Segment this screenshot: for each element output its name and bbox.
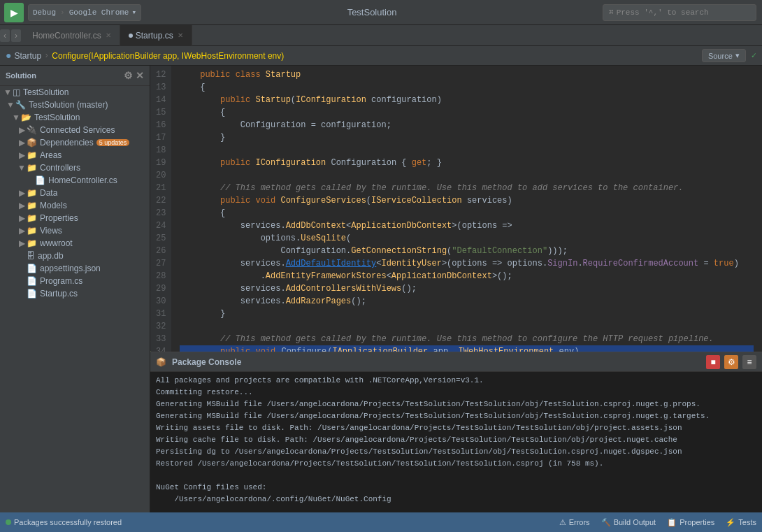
- modified-indicator: [129, 34, 133, 38]
- run-button[interactable]: ▶: [4, 3, 24, 22]
- status-bar: Packages successfully restored ⚠ Errors …: [0, 512, 762, 532]
- code-line-19: public IConfiguration Configuration { ge…: [180, 157, 754, 169]
- status-properties[interactable]: 📋 Properties: [667, 518, 714, 527]
- connected-label: Connected Services: [40, 125, 115, 135]
- startup-label: Startup.cs: [40, 289, 78, 299]
- code-line-15: {: [180, 106, 754, 119]
- sidebar-item-project-master[interactable]: ▼ 🔧 TestSolution (master): [0, 99, 150, 111]
- browser-label: Google Chrome: [69, 8, 129, 17]
- sidebar-item-project[interactable]: ▼ 📂 TestSolution: [0, 111, 150, 124]
- code-line-33: // This method gets called by the runtim…: [180, 333, 754, 345]
- console-line-11: /Users/angelocardona/.config/NuGet/NuGet…: [156, 494, 756, 505]
- breadcrumb-file-icon: ●: [6, 50, 11, 62]
- arrow-icon: ▶: [17, 150, 27, 160]
- code-line-23: {: [180, 207, 754, 220]
- data-label: Data: [40, 188, 57, 198]
- console-line-9: [156, 470, 756, 482]
- sidebar-item-controllers[interactable]: ▼ 📁 Controllers: [0, 161, 150, 174]
- code-line-16: Configuration = configuration;: [180, 119, 754, 131]
- tab-homecontroller-label: HomeController.cs: [32, 31, 101, 41]
- arrow-icon: ▼: [11, 113, 21, 122]
- app-title: TestSolution: [141, 7, 603, 17]
- code-line-27: services.AddDefaultIdentity<IdentityUser…: [180, 257, 754, 270]
- tab-homecontroller[interactable]: HomeController.cs ✕: [24, 25, 120, 46]
- source-dropdown-icon: ▾: [735, 51, 740, 60]
- sidebar-item-dependencies[interactable]: ▶ 📦 Dependencies 5 updates: [0, 136, 150, 149]
- sidebar-item-connected[interactable]: ▶ 🔌 Connected Services: [0, 124, 150, 136]
- close-homecontroller-icon[interactable]: ✕: [106, 31, 111, 39]
- sidebar-icons: ⚙ ✕: [124, 70, 144, 81]
- breadcrumb-sep: ›: [60, 8, 65, 17]
- code-line-18: [180, 144, 754, 157]
- sidebar-item-appdb[interactable]: 🗄 app.db: [0, 250, 150, 262]
- arrow-icon: ▶: [17, 226, 27, 236]
- tab-startup[interactable]: Startup.cs ✕: [120, 25, 192, 46]
- arrow-icon: ▶: [17, 125, 27, 135]
- status-dot: [6, 519, 11, 525]
- appdb-label: app.db: [38, 251, 64, 261]
- properties-icon: 📋: [667, 518, 677, 527]
- project-label: TestSolution (master): [29, 100, 108, 110]
- source-button[interactable]: Source ▾: [702, 49, 746, 62]
- sidebar-item-views[interactable]: ▶ 📁 Views: [0, 224, 150, 237]
- sidebar: Solution ⚙ ✕ ▼ ◫ TestSolution ▼ 🔧 TestSo…: [0, 66, 150, 512]
- console-output: All packages and projects are compatible…: [150, 372, 762, 512]
- status-build-output[interactable]: 🔨 Build Output: [601, 518, 656, 527]
- arrow-icon: ▼: [3, 87, 13, 97]
- wwwroot-label: wwwroot: [40, 238, 73, 248]
- breadcrumb-class[interactable]: Startup: [14, 51, 41, 61]
- tests-icon: ⚡: [726, 518, 735, 527]
- areas-label: Areas: [40, 150, 62, 160]
- console-line-7: Persisting dg to /Users/angelocardona/Pr…: [156, 446, 756, 458]
- console-orange-btn[interactable]: ⚙: [724, 355, 738, 369]
- console-icon: 📦: [156, 357, 166, 367]
- sidebar-item-solution[interactable]: ▼ ◫ TestSolution: [0, 86, 150, 99]
- nav-forward[interactable]: ›: [11, 29, 21, 42]
- sidebar-item-data[interactable]: ▶ 📁 Data: [0, 187, 150, 199]
- console-gray-btn[interactable]: ≡: [742, 355, 756, 369]
- build-output-label: Build Output: [614, 518, 656, 526]
- code-line-29: services.AddControllersWithViews();: [180, 282, 754, 295]
- sidebar-item-program[interactable]: 📄 Program.cs: [0, 275, 150, 287]
- appdb-icon: 🗄: [27, 251, 35, 261]
- sidebar-item-homecontroller[interactable]: 📄 HomeController.cs: [0, 174, 150, 187]
- code-view[interactable]: 12 13 14 15 16 17 18 19 20 21 22 23 24 2…: [150, 66, 762, 352]
- breadcrumb-method[interactable]: Configure(IApplicationBuilder app, IWebH…: [52, 51, 284, 61]
- sidebar-settings-icon[interactable]: ⚙: [124, 70, 133, 81]
- console-line-10: NuGet Config files used:: [156, 482, 756, 494]
- nav-back[interactable]: ‹: [0, 29, 10, 42]
- data-icon: 📁: [27, 188, 37, 198]
- code-line-13: {: [180, 81, 754, 94]
- nav-arrows: ‹ ›: [0, 29, 21, 42]
- models-label: Models: [40, 201, 67, 210]
- code-line-31: }: [180, 308, 754, 320]
- sidebar-item-appsettings[interactable]: 📄 appsettings.json: [0, 262, 150, 275]
- areas-icon: 📁: [27, 150, 37, 160]
- sidebar-item-wwwroot[interactable]: ▶ 📁 wwwroot: [0, 237, 150, 250]
- close-startup-icon[interactable]: ✕: [178, 31, 183, 39]
- editor-area: 12 13 14 15 16 17 18 19 20 21 22 23 24 2…: [150, 66, 762, 512]
- status-success: Packages successfully restored: [6, 518, 122, 526]
- search-bar[interactable]: ⌘ Press '^,' to search: [603, 4, 756, 21]
- status-message: Packages successfully restored: [14, 518, 122, 526]
- console-line-3: Generating MSBuild file /Users/angelocar…: [156, 398, 756, 410]
- console-red-btn[interactable]: ■: [706, 355, 720, 369]
- console-line-1: All packages and projects are compatible…: [156, 375, 756, 387]
- console-line-5: Writing assets file to disk. Path: /User…: [156, 422, 756, 434]
- deps-label: Dependencies: [40, 138, 94, 148]
- sidebar-item-models[interactable]: ▶ 📁 Models: [0, 199, 150, 212]
- code-line-30: services.AddRazorPages();: [180, 295, 754, 308]
- status-tests[interactable]: ⚡ Tests: [726, 518, 756, 527]
- sidebar-header: Solution ⚙ ✕: [0, 66, 150, 86]
- code-line-21: // This method gets called by the runtim…: [180, 182, 754, 194]
- sidebar-close-icon[interactable]: ✕: [136, 70, 144, 81]
- sidebar-item-areas[interactable]: ▶ 📁 Areas: [0, 149, 150, 161]
- console-line-2: Committing restore...: [156, 387, 756, 398]
- sidebar-item-startup[interactable]: 📄 Startup.cs: [0, 287, 150, 300]
- arrow-icon: ▶: [17, 238, 27, 248]
- properties-icon: 📁: [27, 213, 37, 223]
- properties-label: Properties: [40, 213, 78, 223]
- sidebar-item-properties[interactable]: ▶ 📁 Properties: [0, 212, 150, 224]
- status-errors[interactable]: ⚠ Errors: [559, 518, 590, 527]
- debug-dropdown[interactable]: Debug › Google Chrome ▾: [28, 4, 141, 21]
